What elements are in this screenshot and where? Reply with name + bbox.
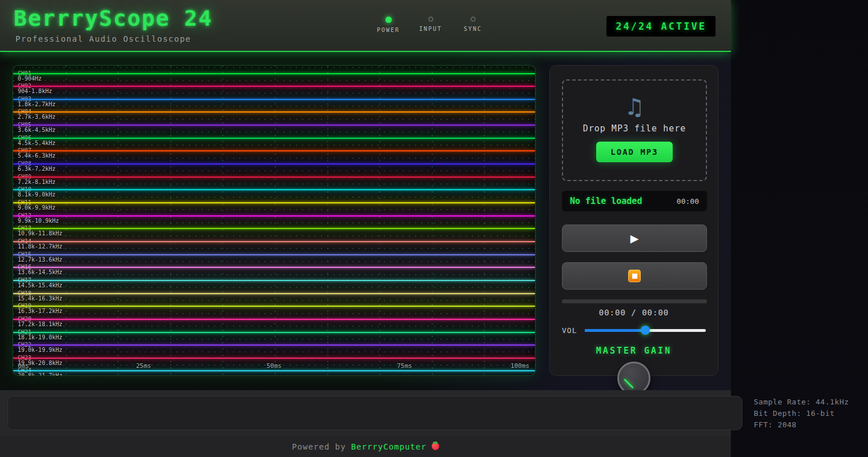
app-header: BerrryScope 24 Professional Audio Oscill…: [0, 0, 731, 52]
channel-range-ch07: 5.4k-6.3kHz: [18, 153, 55, 159]
grid-line-horizontal: [13, 351, 535, 352]
brand-link[interactable]: BerrryComputer: [351, 442, 427, 451]
channel-line-ch20: [13, 319, 535, 320]
knob-indicator: [624, 379, 634, 389]
progress-bar[interactable]: [562, 299, 707, 303]
channel-range-ch03: 1.8k-2.7kHz: [18, 101, 55, 108]
channel-range-ch04: 2.7k-3.6kHz: [18, 114, 55, 121]
grid-line-horizontal: [13, 261, 535, 262]
channel-range-ch20: 17.2k-18.1kHz: [18, 321, 62, 328]
channel-line-ch21: [13, 332, 535, 333]
time-axis-label: 75ms: [397, 362, 412, 370]
file-status-bar: No file loaded 00:00: [562, 191, 707, 211]
dropzone-label: Drop MP3 file here: [563, 123, 706, 134]
grid-line-horizontal: [13, 119, 535, 120]
grid-line-horizontal: [13, 158, 535, 159]
status-indicators: POWERINPUTSYNC: [376, 17, 485, 33]
channel-range-ch16: 13.6k-14.5kHz: [18, 269, 62, 276]
channel-range-ch17: 14.5k-15.4kHz: [18, 282, 62, 289]
channel-range-ch12: 9.9k-10.9kHz: [18, 218, 59, 225]
volume-slider[interactable]: [585, 329, 706, 332]
bit-depth-text: Bit Depth: 16-bit: [754, 408, 849, 419]
stop-icon-inner: [632, 274, 637, 279]
channel-range-ch18: 15.4k-16.3kHz: [18, 295, 62, 302]
volume-label: VOL: [562, 326, 577, 335]
indicator-label: SYNC: [464, 26, 482, 32]
sample-rate-text: Sample Rate: 44.1kHz: [754, 396, 849, 408]
volume-slider-fill: [585, 329, 645, 332]
grid-line-horizontal: [13, 67, 535, 68]
grid-line-horizontal: [13, 145, 535, 146]
channel-range-ch10: 8.1k-9.0kHz: [18, 191, 55, 198]
file-time-text: 00:00: [677, 197, 699, 206]
indicator-power: POWER: [376, 17, 401, 33]
channel-line-ch05: [13, 125, 535, 126]
channel-range-ch05: 3.6k-4.5kHz: [18, 127, 55, 134]
channel-range-ch06: 4.5k-5.4kHz: [18, 140, 55, 147]
main-section: CH010-904HzCH02904-1.8kHzCH031.8k-2.7kHz…: [0, 53, 731, 390]
channel-line-ch18: [13, 293, 535, 294]
channel-range-ch02: 904-1.8kHz: [18, 88, 52, 95]
time-axis-label: 100ms: [511, 362, 529, 370]
master-gain-label: MASTER GAIN: [550, 346, 718, 356]
grid-line-horizontal: [13, 287, 535, 288]
channel-line-ch19: [13, 306, 535, 307]
active-channels-badge: 24/24 ACTIVE: [606, 16, 716, 37]
channel-line-ch22: [13, 344, 535, 346]
grid-line-horizontal: [13, 170, 535, 171]
grid-line-horizontal: [13, 235, 535, 236]
app-subtitle: Professional Audio Oscilloscope: [15, 34, 191, 43]
grid-line-horizontal: [13, 80, 535, 81]
play-icon: ▶: [630, 233, 639, 244]
channel-line-ch12: [13, 215, 535, 217]
grid-line-horizontal: [13, 274, 535, 275]
audio-info: Sample Rate: 44.1kHz Bit Depth: 16-bit F…: [754, 396, 849, 431]
file-status-text: No file loaded: [570, 196, 642, 206]
channel-range-ch15: 12.7k-13.6kHz: [18, 256, 62, 263]
channel-line-ch02: [13, 86, 535, 87]
channel-line-ch06: [13, 138, 535, 139]
input-led: [428, 17, 433, 22]
grid-line-horizontal: [13, 248, 535, 249]
sync-led: [471, 17, 476, 22]
grid-line-horizontal: [13, 93, 535, 94]
channel-line-ch11: [13, 202, 535, 203]
grid-line-horizontal: [13, 326, 535, 327]
time-axis-label: 0ms: [18, 362, 29, 370]
grid-line-horizontal: [13, 131, 535, 133]
channel-line-ch16: [13, 267, 535, 268]
powered-by-text: Powered by: [292, 442, 345, 451]
time-axis-label: 50ms: [267, 362, 282, 370]
channel-line-ch15: [13, 254, 535, 255]
channel-range-ch13: 10.9k-11.8kHz: [18, 230, 62, 237]
indicator-label: POWER: [377, 27, 400, 33]
stop-icon: [628, 270, 641, 282]
grid-line-horizontal: [13, 339, 535, 340]
grid-line-horizontal: [13, 313, 535, 314]
music-note-icon: ♫: [563, 95, 706, 118]
load-mp3-button[interactable]: LOAD MP3: [596, 142, 672, 162]
bottom-panel: [7, 396, 742, 430]
mp3-dropzone[interactable]: ♫ Drop MP3 file here LOAD MP3: [562, 79, 707, 181]
channel-range-ch01: 0-904Hz: [18, 75, 42, 82]
time-axis: 0ms25ms50ms75ms100ms: [13, 362, 535, 371]
master-gain-knob[interactable]: [617, 362, 650, 390]
stop-button[interactable]: [562, 262, 707, 290]
channel-range-ch14: 11.8k-12.7kHz: [18, 243, 62, 250]
channel-range-ch19: 16.3k-17.2kHz: [18, 308, 62, 315]
channel-line-ch08: [13, 163, 535, 165]
channel-range-ch08: 6.3k-7.2kHz: [18, 166, 55, 173]
channel-line-ch23: [13, 358, 535, 359]
time-axis-label: 25ms: [136, 362, 151, 370]
play-button[interactable]: ▶: [562, 225, 707, 252]
grid-line-horizontal: [13, 300, 535, 301]
time-display: 00:00 / 00:00: [550, 308, 718, 317]
channel-range-ch21: 18.1k-19.0kHz: [18, 334, 62, 341]
volume-slider-thumb[interactable]: [641, 326, 650, 335]
fft-text: FFT: 2048: [754, 419, 849, 431]
channel-line-ch03: [13, 99, 535, 100]
channel-line-ch10: [13, 189, 535, 190]
channel-line-ch13: [13, 228, 535, 229]
app-title: BerrryScope 24: [14, 6, 212, 31]
player-panel: ♫ Drop MP3 file here LOAD MP3 No file lo…: [549, 65, 718, 376]
